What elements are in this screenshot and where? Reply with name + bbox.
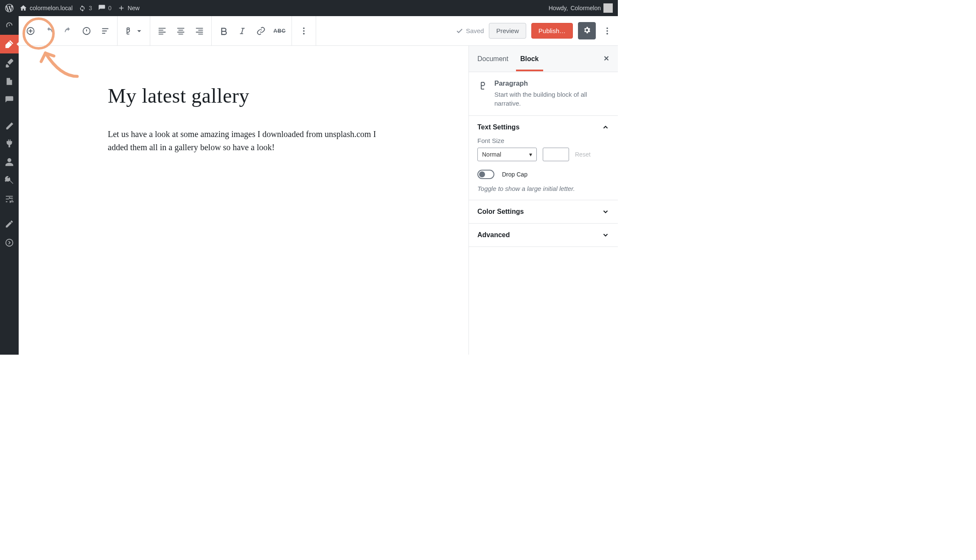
text-settings-toggle[interactable]: Text Settings	[477, 123, 609, 131]
settings-sidebar: Document Block Paragraph Start with the …	[468, 46, 618, 355]
settings-toggle-button[interactable]	[578, 22, 596, 39]
block-type-description: Start with the building block of all nar…	[494, 90, 609, 108]
menu-posts[interactable]	[0, 35, 19, 53]
align-left-button[interactable]	[153, 22, 171, 40]
svg-point-3	[303, 27, 305, 29]
site-link[interactable]: colormelon.local	[20, 4, 73, 12]
save-status: Saved	[456, 27, 484, 35]
color-settings-panel: Color Settings	[469, 200, 618, 224]
new-label: New	[128, 5, 140, 11]
link-button[interactable]	[252, 22, 270, 40]
svg-point-4	[303, 30, 305, 32]
chevron-down-icon	[602, 208, 609, 216]
site-name: colormelon.local	[30, 5, 73, 11]
color-settings-toggle[interactable]: Color Settings	[477, 208, 609, 216]
svg-point-6	[606, 27, 608, 29]
menu-comments[interactable]	[0, 91, 19, 109]
menu-users[interactable]	[0, 153, 19, 171]
svg-point-7	[606, 30, 608, 32]
menu-settings[interactable]	[0, 190, 19, 209]
saved-label: Saved	[466, 27, 484, 34]
drop-cap-label: Drop Cap	[502, 171, 527, 178]
text-settings-panel: Text Settings Font Size Normal ▾ Reset	[469, 116, 618, 200]
tab-block[interactable]: Block	[520, 47, 539, 71]
close-settings-button[interactable]	[603, 54, 610, 63]
font-size-select[interactable]: Normal ▾	[477, 148, 537, 161]
content-structure-button[interactable]	[77, 22, 96, 40]
editor-toolbar: ABC Saved Preview Publish…	[19, 16, 618, 46]
block-navigation-button[interactable]	[96, 22, 115, 40]
updates-link[interactable]: 3	[79, 4, 92, 12]
new-link[interactable]: New	[118, 4, 140, 12]
menu-pages[interactable]	[0, 72, 19, 91]
updates-count: 3	[89, 5, 92, 11]
align-center-button[interactable]	[171, 22, 190, 40]
redo-button[interactable]	[59, 22, 77, 40]
italic-button[interactable]	[233, 22, 252, 40]
publish-button[interactable]: Publish…	[531, 23, 573, 39]
advanced-toggle[interactable]: Advanced	[477, 231, 609, 239]
menu-plugins[interactable]	[0, 134, 19, 153]
menu-customize[interactable]	[0, 215, 19, 233]
svg-point-8	[606, 33, 608, 34]
menu-collapse[interactable]	[0, 233, 19, 252]
drop-cap-toggle[interactable]	[477, 170, 494, 179]
advanced-panel: Advanced	[469, 224, 618, 247]
chevron-down-icon: ▾	[529, 151, 532, 158]
post-title[interactable]: My latest gallery	[108, 84, 379, 107]
strikethrough-button[interactable]: ABC	[270, 22, 289, 40]
chevron-up-icon	[602, 123, 609, 131]
editor-canvas[interactable]: My latest gallery Let us have a look at …	[19, 46, 468, 355]
block-description-panel: Paragraph Start with the building block …	[469, 72, 618, 116]
align-right-button[interactable]	[190, 22, 209, 40]
menu-media[interactable]	[0, 53, 19, 72]
admin-bar: colormelon.local 3 0 New Howdy, Colormel…	[0, 0, 618, 16]
preview-button[interactable]: Preview	[489, 23, 526, 39]
wp-logo[interactable]	[5, 4, 14, 12]
drop-cap-help: Toggle to show a large initial letter.	[477, 185, 609, 192]
admin-sidebar	[0, 16, 19, 355]
chevron-down-icon	[602, 231, 609, 239]
bold-button[interactable]	[214, 22, 233, 40]
editor: ABC Saved Preview Publish… My latest gal…	[19, 16, 618, 355]
block-type-title: Paragraph	[494, 80, 609, 87]
block-type-switcher[interactable]	[120, 22, 147, 40]
comments-count: 0	[108, 5, 112, 11]
font-size-reset-button[interactable]: Reset	[575, 151, 591, 158]
svg-point-0	[6, 239, 13, 246]
editor-more-button[interactable]	[601, 26, 614, 36]
undo-button[interactable]	[40, 22, 59, 40]
menu-tools[interactable]	[0, 171, 19, 190]
menu-appearance[interactable]	[0, 115, 19, 134]
account-link[interactable]: Howdy, Colormelon	[549, 3, 613, 13]
paragraph-block[interactable]: Let us have a look at some amazing image…	[108, 128, 379, 154]
avatar	[603, 3, 613, 13]
block-more-button[interactable]	[294, 22, 313, 40]
font-size-label: Font Size	[477, 137, 609, 144]
howdy-user: Colormelon	[570, 5, 601, 11]
add-block-button[interactable]	[21, 22, 40, 40]
howdy-prefix: Howdy,	[549, 5, 568, 11]
tab-document[interactable]: Document	[477, 47, 508, 71]
menu-dashboard[interactable]	[0, 16, 19, 35]
comments-link[interactable]: 0	[98, 4, 112, 12]
svg-point-5	[303, 33, 305, 34]
paragraph-icon	[477, 81, 488, 91]
font-size-custom-input[interactable]	[543, 148, 569, 161]
